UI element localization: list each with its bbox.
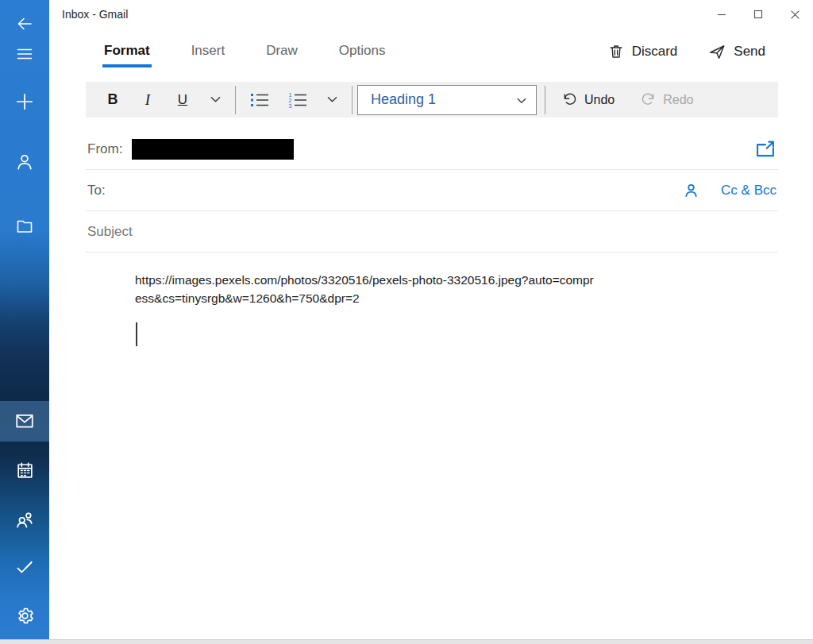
message-body[interactable]: https://images.pexels.com/photos/3320516… bbox=[135, 271, 611, 346]
sidebar-item-people[interactable] bbox=[0, 500, 49, 538]
dropdown-chevron-icon bbox=[517, 93, 526, 107]
minimize-button[interactable] bbox=[703, 0, 740, 29]
mail-envelope-icon bbox=[14, 411, 35, 431]
toolbar-separator bbox=[545, 86, 545, 114]
formatting-chevron-button[interactable] bbox=[200, 85, 230, 115]
account-person-icon bbox=[14, 152, 35, 172]
undo-label: Undo bbox=[584, 93, 615, 107]
todo-checkmark-icon bbox=[14, 557, 35, 577]
subject-row bbox=[86, 211, 778, 253]
folders-icon bbox=[15, 217, 34, 236]
window-bottom-edge bbox=[0, 639, 813, 644]
underline-button[interactable]: U bbox=[165, 85, 200, 115]
tab-format[interactable]: Format bbox=[104, 43, 150, 60]
sidebar-item-settings[interactable] bbox=[0, 596, 49, 634]
choose-contacts-button[interactable] bbox=[682, 181, 700, 199]
hamburger-menu-icon bbox=[15, 44, 34, 64]
calendar-icon bbox=[15, 461, 35, 480]
new-mail-plus-icon bbox=[14, 91, 35, 112]
back-arrow-icon bbox=[15, 14, 34, 33]
bullet-list-button[interactable] bbox=[241, 85, 279, 115]
redo-arrow-icon bbox=[640, 91, 657, 108]
bold-button[interactable]: B bbox=[95, 85, 130, 115]
tab-draw[interactable]: Draw bbox=[266, 43, 298, 60]
chevron-down-icon bbox=[210, 96, 221, 103]
style-dropdown-value: Heading 1 bbox=[371, 91, 517, 108]
popout-window-icon bbox=[754, 138, 776, 160]
to-input[interactable] bbox=[114, 170, 778, 210]
account-button[interactable] bbox=[0, 143, 49, 181]
sidebar-item-calendar[interactable] bbox=[0, 451, 49, 489]
new-mail-button[interactable] bbox=[0, 83, 49, 121]
message-actions: Discard Send bbox=[607, 29, 765, 75]
compose-fields: From: To: Cc & Bcc bbox=[86, 129, 778, 253]
toolbar-separator bbox=[235, 86, 236, 114]
close-icon bbox=[790, 10, 800, 20]
menu-button[interactable] bbox=[0, 35, 49, 73]
open-in-new-window-button[interactable] bbox=[754, 138, 776, 160]
italic-button[interactable]: I bbox=[130, 85, 165, 115]
svg-text:2: 2 bbox=[289, 98, 292, 103]
send-label: Send bbox=[734, 44, 765, 60]
ribbon-tab-bar: Format Insert Draw Options Discard Send bbox=[49, 29, 813, 75]
from-address-redacted bbox=[132, 139, 294, 160]
svg-text:3: 3 bbox=[289, 103, 292, 109]
undo-arrow-icon bbox=[561, 91, 578, 108]
from-row: From: bbox=[86, 129, 778, 170]
maximize-icon bbox=[753, 10, 763, 19]
sidebar-item-todo[interactable] bbox=[0, 548, 49, 586]
trash-icon bbox=[607, 43, 625, 60]
svg-text:1: 1 bbox=[289, 92, 292, 98]
redo-label: Redo bbox=[663, 93, 693, 107]
close-button[interactable] bbox=[776, 0, 813, 29]
from-label: From: bbox=[87, 141, 122, 157]
maximize-button[interactable] bbox=[740, 0, 776, 29]
text-cursor bbox=[136, 322, 137, 346]
tab-options[interactable]: Options bbox=[339, 43, 386, 60]
discard-label: Discard bbox=[632, 44, 678, 60]
numbered-list-button[interactable]: 1 2 3 bbox=[279, 85, 317, 115]
list-chevron-button[interactable] bbox=[317, 85, 347, 115]
chevron-down-icon bbox=[327, 96, 337, 103]
cc-bcc-link[interactable]: Cc & Bcc bbox=[721, 183, 776, 199]
to-row: To: Cc & Bcc bbox=[86, 170, 778, 211]
send-plane-icon bbox=[707, 42, 726, 61]
subject-input[interactable] bbox=[87, 211, 778, 252]
numbered-list-icon: 1 2 3 bbox=[287, 91, 308, 109]
discard-button[interactable]: Discard bbox=[607, 43, 678, 60]
tab-insert[interactable]: Insert bbox=[191, 43, 225, 60]
navigation-sidebar bbox=[0, 0, 49, 639]
folders-button[interactable] bbox=[0, 207, 49, 245]
settings-gear-icon bbox=[15, 606, 35, 626]
people-icon bbox=[14, 509, 35, 530]
toolbar-separator bbox=[352, 86, 353, 114]
mail-app-window: Inbox - Gmail Format Insert Draw Options bbox=[0, 0, 813, 644]
body-text: https://images.pexels.com/photos/3320516… bbox=[135, 271, 599, 307]
compose-pane: Inbox - Gmail Format Insert Draw Options bbox=[49, 0, 813, 639]
paragraph-style-dropdown[interactable]: Heading 1 bbox=[357, 85, 537, 115]
window-controls bbox=[703, 0, 813, 29]
redo-button[interactable]: Redo bbox=[640, 91, 693, 108]
titlebar: Inbox - Gmail bbox=[49, 0, 813, 29]
contact-person-icon bbox=[682, 181, 700, 199]
bullet-list-icon bbox=[249, 91, 270, 109]
minimize-icon bbox=[717, 10, 726, 19]
send-button[interactable]: Send bbox=[707, 42, 765, 61]
sidebar-item-mail[interactable] bbox=[0, 402, 49, 440]
window-title: Inbox - Gmail bbox=[62, 8, 128, 21]
undo-button[interactable]: Undo bbox=[561, 91, 615, 108]
to-label: To: bbox=[87, 183, 106, 199]
formatting-toolbar: B I U 1 2 3 bbox=[86, 82, 778, 118]
